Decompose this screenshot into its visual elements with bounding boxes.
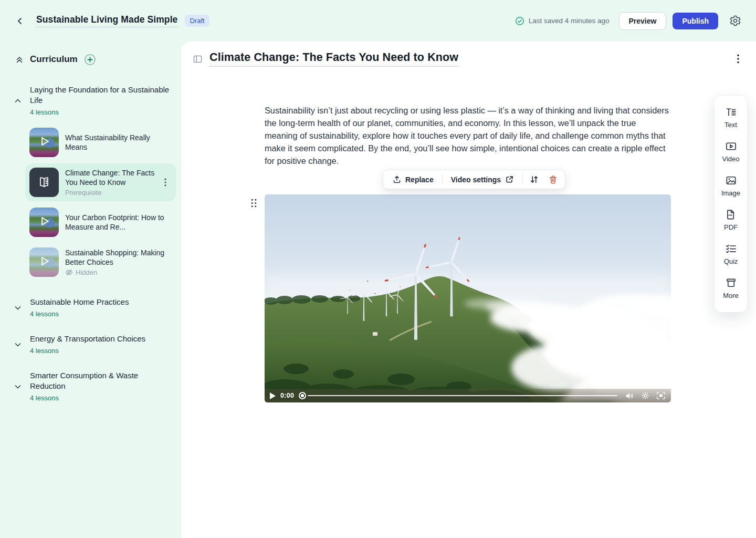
lesson-menu-button[interactable] (160, 176, 171, 189)
fullscreen-button[interactable] (656, 391, 666, 400)
gear-icon (641, 391, 649, 400)
tool-label: Quiz (724, 257, 738, 265)
kebab-icon (737, 54, 739, 64)
quiz-icon (725, 243, 737, 255)
lesson-hidden-label: Hidden (76, 268, 97, 276)
lesson-list: What Sustainability Really Means Climate… (0, 123, 181, 281)
lesson-item-what-sustainability[interactable]: What Sustainability Really Means (25, 123, 176, 161)
double-chevron-up-icon (15, 55, 24, 64)
course-title[interactable]: Sustainable Living Made Simple (36, 14, 177, 27)
section-title: Laying the Foundation for a Sustainable … (30, 85, 170, 106)
lesson-title: Your Carbon Footprint: How to Measure an… (65, 213, 172, 232)
eye-off-icon (65, 268, 73, 276)
panel-toggle-button[interactable] (190, 51, 205, 67)
grip-dots-icon (251, 199, 257, 208)
lesson-item-climate-change[interactable]: Climate Change: The Facts You Need to Kn… (25, 163, 176, 201)
preview-button[interactable]: Preview (619, 12, 667, 30)
section-header-4[interactable]: Smarter Consumption & Waste Reduction 4 … (0, 370, 181, 403)
section-meta: 4 lessons (30, 346, 170, 356)
lesson-title: What Sustainability Really Means (65, 133, 172, 152)
toolbar-divider (522, 174, 523, 185)
scrubber-track[interactable] (308, 395, 617, 397)
lesson-body-paragraph[interactable]: Sustainability isn’t just about recyclin… (265, 104, 671, 167)
section-meta: 4 lessons (30, 108, 170, 117)
video-icon (725, 140, 737, 152)
lesson-header: Climate Change: The Facts You Need to Kn… (190, 51, 746, 67)
trash-icon (549, 175, 558, 184)
lesson-prerequisite-label: Prerequisite (65, 189, 163, 196)
add-section-button[interactable] (84, 53, 97, 66)
lesson-title: Climate Change: The Facts You Need to Kn… (65, 168, 163, 187)
section-title: Sustainable Home Practices (30, 297, 170, 307)
open-book-icon (37, 175, 51, 190)
replace-button[interactable]: Replace (387, 172, 439, 187)
tool-item-more[interactable]: More (715, 271, 747, 305)
upload-icon (393, 175, 401, 184)
publish-button[interactable]: Publish (673, 13, 718, 29)
curriculum-sidebar: Curriculum Laying the Foundation for a S… (0, 42, 181, 538)
section-header-1[interactable]: Laying the Foundation for a Sustainable … (0, 85, 181, 117)
tool-label: Video (722, 155, 739, 163)
replace-label: Replace (405, 175, 434, 184)
status-badge: Draft (185, 15, 209, 27)
curriculum-title: Curriculum (30, 54, 78, 65)
video-current-time: 0:00 (280, 392, 294, 399)
kebab-icon (164, 178, 166, 187)
video-block-toolbar: Replace Video settings (383, 170, 565, 189)
tool-item-pdf[interactable]: PDF (715, 203, 747, 237)
collapse-all-button[interactable] (14, 54, 25, 65)
arrows-down-up-icon (530, 175, 539, 184)
section-header-2[interactable]: Sustainable Home Practices 4 lessons (0, 297, 181, 319)
app-header: Sustainable Living Made Simple Draft Las… (0, 0, 756, 42)
tool-item-quiz[interactable]: Quiz (715, 237, 747, 271)
section-meta: 4 lessons (30, 394, 170, 403)
play-button[interactable] (270, 392, 276, 399)
play-icon (270, 392, 276, 399)
video-settings-label: Video settings (451, 175, 501, 184)
settings-button[interactable] (727, 13, 743, 29)
tool-label: More (723, 292, 739, 299)
curriculum-header: Curriculum (0, 53, 181, 66)
video-player[interactable]: 0:00 (265, 194, 671, 402)
lesson-thumbnail (29, 128, 59, 157)
fullscreen-icon (656, 391, 666, 400)
layout-panel-icon (193, 55, 203, 64)
volume-icon (625, 392, 634, 400)
block-drag-handle[interactable] (249, 198, 258, 208)
lesson-title: Sustainable Shopping: Making Better Choi… (65, 248, 172, 267)
chevron-down-icon (14, 382, 22, 391)
section-header-3[interactable]: Energy & Transportation Choices 4 lesson… (0, 334, 181, 356)
player-settings-button[interactable] (641, 391, 649, 400)
delete-block-button[interactable] (545, 172, 561, 187)
pdf-icon (725, 209, 737, 221)
lesson-page-title[interactable]: Climate Change: The Facts You Need to Kn… (209, 51, 458, 67)
chevron-down-icon (14, 304, 22, 312)
external-link-icon (505, 175, 514, 184)
chevron-up-icon (14, 97, 22, 105)
tool-label: Image (721, 189, 740, 197)
chevron-left-icon (16, 17, 24, 25)
section-title: Smarter Consumption & Waste Reduction (30, 370, 170, 391)
reorder-button[interactable] (526, 172, 542, 187)
lesson-item-carbon-footprint[interactable]: Your Carbon Footprint: How to Measure an… (25, 203, 176, 241)
tool-label: Text (724, 121, 737, 129)
lesson-options-button[interactable] (731, 51, 746, 66)
section-meta: 4 lessons (30, 309, 170, 319)
gear-icon (729, 15, 741, 27)
saved-status: Last saved 4 minutes ago (515, 16, 610, 26)
section-title: Energy & Transportation Choices (30, 334, 170, 344)
toolbar-divider (442, 174, 443, 185)
insert-block-panel: Text Video Image PDF (714, 95, 748, 313)
tool-item-image[interactable]: Image (715, 169, 747, 203)
lesson-thumbnail (29, 247, 59, 277)
plus-circle-icon (84, 54, 96, 66)
play-icon (37, 254, 51, 268)
back-button[interactable] (13, 14, 27, 28)
lesson-item-sustainable-shopping[interactable]: Sustainable Shopping: Making Better Choi… (25, 243, 176, 281)
tool-item-video[interactable]: Video (715, 134, 747, 169)
chevron-down-icon (14, 340, 22, 349)
volume-button[interactable] (625, 392, 634, 400)
scrubber-handle[interactable] (299, 392, 306, 399)
video-settings-button[interactable]: Video settings (446, 172, 519, 187)
tool-item-text[interactable]: Text (715, 100, 747, 134)
